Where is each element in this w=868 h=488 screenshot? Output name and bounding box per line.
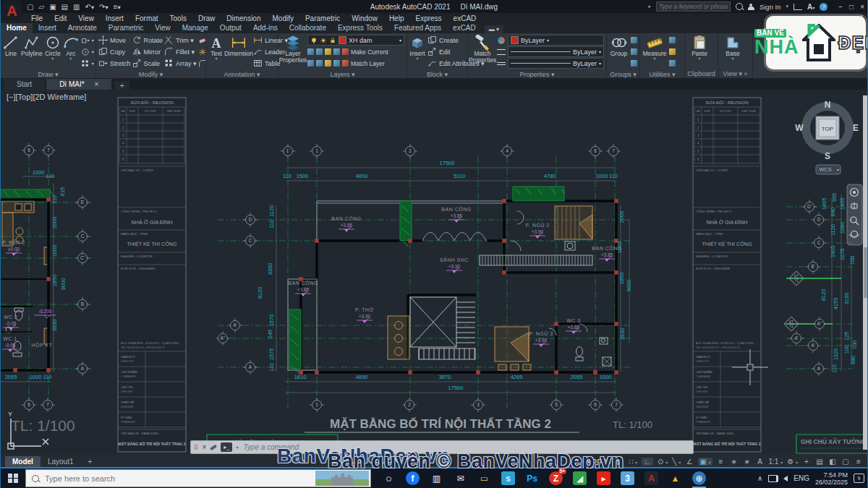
- status-toggle[interactable]: ∠: [685, 458, 694, 466]
- new-tab-button[interactable]: +: [114, 81, 129, 90]
- taskbar-store-icon[interactable]: ▥: [429, 471, 444, 486]
- sign-in-link[interactable]: Sign In: [760, 3, 781, 11]
- menu-tools[interactable]: Tools: [164, 14, 192, 22]
- compass-s[interactable]: S: [825, 151, 830, 161]
- qat-more-icon[interactable]: ≡▾: [114, 3, 121, 11]
- status-toggle[interactable]: ≡: [717, 458, 726, 466]
- plot-icon[interactable]: ▤: [61, 3, 68, 11]
- status-toggle[interactable]: +: [802, 458, 811, 466]
- menu-excad[interactable]: exCAD: [448, 14, 482, 22]
- match-layer-button[interactable]: Match Layer: [307, 58, 404, 69]
- utility-tool-icon[interactable]: [669, 35, 676, 46]
- customize-wrench-icon[interactable]: [210, 444, 217, 450]
- tab-start[interactable]: Start: [4, 79, 45, 90]
- help-icon[interactable]: ?: [820, 3, 827, 11]
- tab-document[interactable]: Dì MAI*×: [46, 79, 111, 90]
- ribbon-tab-excad[interactable]: exCAD: [447, 23, 482, 33]
- taskbar-search[interactable]: [25, 469, 371, 487]
- status-toggle[interactable]: ⊙ ▾: [658, 458, 668, 466]
- taskbar-notes-icon[interactable]: 3: [620, 471, 635, 486]
- match-properties-button[interactable]: Match Properties: [470, 35, 495, 64]
- tab-close-icon[interactable]: ×: [95, 80, 99, 88]
- layer-properties-button[interactable]: Layer Properties: [281, 35, 305, 64]
- undo-icon[interactable]: ↶▾: [85, 3, 95, 11]
- search-icon[interactable]: [736, 3, 743, 10]
- taskbar-drive-icon[interactable]: ▲: [668, 471, 683, 486]
- draw-flyout-icon[interactable]: ▾: [81, 58, 94, 69]
- paste-button[interactable]: Paste▾: [687, 35, 712, 61]
- stretch-button[interactable]: Stretch: [98, 58, 131, 69]
- status-toggle[interactable]: ≡: [854, 458, 863, 466]
- taskbar-facebook-icon[interactable]: f: [405, 471, 420, 486]
- line-button[interactable]: Line: [3, 35, 19, 57]
- save-icon[interactable]: ▣: [49, 3, 56, 11]
- notification-center-icon[interactable]: 9: [854, 474, 864, 483]
- group-button[interactable]: Group: [609, 35, 629, 57]
- measure-button[interactable]: Measure▾: [642, 35, 667, 61]
- scale-button[interactable]: Scale: [132, 58, 163, 69]
- bylayer-dropdown[interactable]: ByLayer▾: [508, 46, 604, 57]
- taskbar-explorer-icon[interactable]: ▭: [477, 471, 492, 486]
- move-button[interactable]: Move: [98, 35, 131, 46]
- menu-express[interactable]: Express: [409, 14, 447, 22]
- compass-w[interactable]: W: [795, 123, 804, 133]
- ribbon-tab-output[interactable]: Output: [214, 23, 247, 33]
- search-highlight-image[interactable]: [315, 471, 369, 486]
- group-tool-icon[interactable]: [631, 46, 637, 57]
- taskbar-autocad-icon[interactable]: A: [644, 471, 659, 486]
- minimize-button[interactable]: −: [838, 3, 843, 11]
- layout1-tab[interactable]: Layout1: [41, 456, 81, 467]
- cmdline-grip[interactable]: ⠿: [194, 444, 199, 451]
- ribbon-tab-view[interactable]: View: [149, 23, 176, 33]
- ribbon-tab-parametric[interactable]: Parametric: [103, 23, 149, 33]
- new-file-icon[interactable]: ▢: [27, 3, 33, 11]
- fillet-button[interactable]: Fillet ▾: [164, 46, 197, 57]
- taskbar-browser-icon[interactable]: ⊕: [692, 471, 707, 486]
- status-toggle[interactable]: ▣ ▾: [698, 458, 712, 466]
- trim-button[interactable]: Trim ▾: [164, 35, 197, 46]
- ribbon-tab-insert[interactable]: Insert: [33, 23, 62, 33]
- menu-file[interactable]: File: [25, 14, 48, 22]
- menu-draw[interactable]: Draw: [192, 14, 221, 22]
- print-icon[interactable]: ▥: [73, 3, 80, 11]
- menu-window[interactable]: Window: [346, 14, 383, 22]
- draw-flyout-icon[interactable]: ▾: [81, 46, 94, 57]
- group-tool-icon[interactable]: [631, 58, 637, 69]
- status-toggle[interactable]: ╲ ▾: [672, 458, 681, 466]
- store-cart-icon[interactable]: [793, 4, 802, 10]
- navigation-bar[interactable]: [847, 184, 862, 245]
- ribbon-tab-express-tools[interactable]: Express Tools: [332, 23, 388, 33]
- tray-chevron-icon[interactable]: ∧: [757, 474, 762, 482]
- ribbon-options-button[interactable]: ▬ ▾: [485, 25, 503, 33]
- explode-icon[interactable]: [198, 46, 207, 57]
- viewcube[interactable]: TOP N S W E WCS ▾: [795, 100, 859, 174]
- signin-caret-icon[interactable]: ▾: [786, 4, 789, 9]
- circle-button[interactable]: Circle▾: [45, 35, 61, 61]
- make-current-button[interactable]: Make Current: [307, 46, 404, 57]
- compass-e[interactable]: E: [853, 123, 859, 133]
- taskbar-cortana-icon[interactable]: ○: [381, 471, 396, 486]
- status-toggle[interactable]: 1:1 ▾: [769, 458, 783, 466]
- status-toggle[interactable]: ∗: [730, 458, 739, 466]
- status-toggle[interactable]: ∷ ▾: [629, 458, 637, 466]
- taskbar-sketchup-icon[interactable]: ◢: [572, 471, 587, 486]
- status-toggle[interactable]: ▤: [815, 458, 824, 466]
- array-button[interactable]: Array ▾: [164, 58, 197, 69]
- taskbar-zalo-icon[interactable]: Z5+: [548, 471, 563, 486]
- status-toggle[interactable]: ∗: [743, 458, 752, 466]
- maximize-button[interactable]: □: [849, 3, 854, 11]
- taskbar-mail-icon[interactable]: ✉: [453, 471, 468, 486]
- status-toggle[interactable]: ∟: [642, 458, 653, 466]
- rotate-button[interactable]: Rotate: [132, 35, 163, 46]
- text-button[interactable]: AText▾: [208, 35, 224, 61]
- status-toggle[interactable]: ⚙ ▾: [787, 458, 798, 466]
- taskbar-feather-icon[interactable]: s: [501, 471, 516, 486]
- menu-insert[interactable]: Insert: [100, 14, 129, 22]
- new-layout-button[interactable]: +: [80, 456, 99, 467]
- model-tab[interactable]: Model: [5, 456, 41, 467]
- compass-n[interactable]: N: [825, 100, 831, 110]
- mirror-button[interactable]: Mirror: [132, 46, 163, 57]
- taskbar-search-input[interactable]: [43, 474, 242, 484]
- ribbon-tab-add-ins[interactable]: Add-ins: [247, 23, 284, 33]
- language-indicator[interactable]: ENG: [793, 474, 809, 482]
